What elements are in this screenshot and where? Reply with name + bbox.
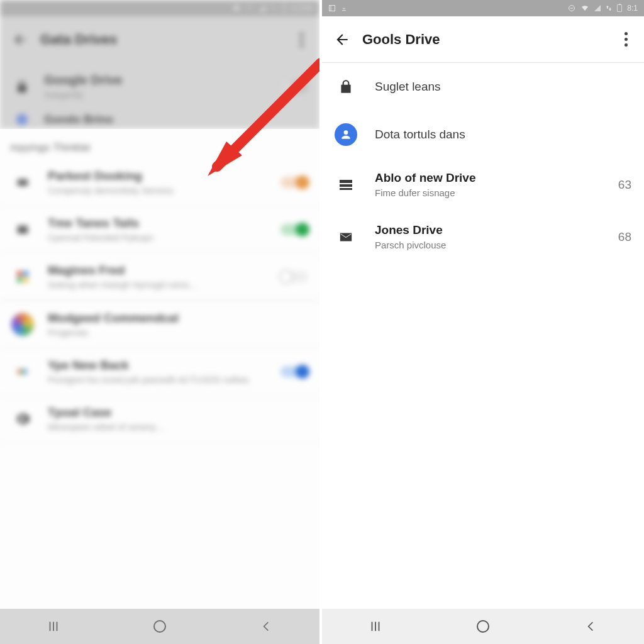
list-item[interactable]: Jones Drive Parsch pivclouse 68 xyxy=(322,211,644,263)
home-button[interactable] xyxy=(445,614,521,639)
app-icon xyxy=(11,265,34,288)
toggle-switch[interactable] xyxy=(280,224,308,235)
svg-rect-7 xyxy=(17,277,22,282)
svg-rect-1 xyxy=(18,179,28,181)
sheet-section-title: mpyings Thinklat xyxy=(0,129,319,159)
row-title: Modgeed Commendcal xyxy=(48,311,308,325)
svg-rect-4 xyxy=(18,230,28,233)
app-title: Gools Drive xyxy=(362,31,440,48)
toggle-switch[interactable] xyxy=(280,366,308,377)
svg-rect-11 xyxy=(25,369,27,375)
overflow-menu-button[interactable] xyxy=(616,32,635,47)
item-subtitle: Subgenlfy xyxy=(44,90,122,100)
home-button[interactable] xyxy=(122,614,197,639)
bottom-sheet: mpyings Thinklat Parkest Dooking Compens… xyxy=(0,129,319,609)
item-subtitle: Parsch pivclouse xyxy=(375,240,618,250)
svg-rect-17 xyxy=(340,184,352,187)
screenshot-icon xyxy=(328,4,336,12)
row-title: Ype New Back xyxy=(48,358,280,372)
svg-point-0 xyxy=(16,114,28,125)
settings-row[interactable]: Tpoal Case Minonpeen edoel of soneny… xyxy=(0,396,319,443)
toggle-switch[interactable] xyxy=(280,177,308,188)
row-subtitle: Soleng when mistrgh Hymsgd rutms… xyxy=(48,280,280,290)
svg-rect-6 xyxy=(23,271,28,276)
item-title: Suglet leans xyxy=(375,80,631,94)
person-icon xyxy=(335,123,357,146)
recents-button[interactable] xyxy=(16,614,91,639)
row-title: Parkest Dooking xyxy=(48,169,280,183)
mail-icon xyxy=(335,226,357,248)
signal-icon xyxy=(594,5,601,11)
row-subtitle: Compensly demondsity Semess xyxy=(48,186,280,196)
download-icon xyxy=(341,4,347,12)
toggle-switch[interactable] xyxy=(280,271,308,282)
toggle-switch[interactable] xyxy=(282,80,308,93)
row-subtitle: Psmigent fou esred juik peenedh ACTUSOS … xyxy=(48,375,280,385)
signal-icon xyxy=(259,5,265,11)
lock-icon xyxy=(11,79,33,94)
wifi-icon xyxy=(580,4,589,12)
item-title: Ablo of new Drive xyxy=(375,171,618,185)
list-item[interactable]: Suglet leans xyxy=(322,63,644,111)
folder-icon xyxy=(11,113,33,126)
svg-point-19 xyxy=(477,621,489,632)
recents-button[interactable] xyxy=(338,614,413,639)
nav-back-button[interactable] xyxy=(228,614,304,639)
battery-percent: 0.21% xyxy=(292,4,313,13)
battery-icon xyxy=(617,4,622,12)
battery-icon xyxy=(282,4,287,12)
row-title: Magines Fred xyxy=(48,264,280,277)
mail-icon xyxy=(11,218,34,241)
svg-rect-18 xyxy=(340,188,352,190)
list-item[interactable]: Gondo Brino xyxy=(0,110,319,129)
storage-icon xyxy=(335,174,357,196)
svg-rect-9 xyxy=(18,369,21,375)
settings-row[interactable]: Parkest Dooking Compensly demondsity Sem… xyxy=(0,159,319,206)
nav-bar xyxy=(0,609,319,644)
svg-rect-16 xyxy=(340,180,352,183)
settings-row[interactable]: Tme Tanes Tails Cpennal Felonited Pyleup… xyxy=(0,206,319,253)
svg-rect-5 xyxy=(17,271,22,276)
row-subtitle: Minonpeen edoel of soneny… xyxy=(48,422,308,432)
nav-back-button[interactable] xyxy=(553,614,628,639)
data-icon xyxy=(270,4,277,12)
svg-rect-2 xyxy=(18,182,28,186)
list-item[interactable]: Ablo of new Drive Fime dufer sisnage 63 xyxy=(322,158,644,211)
item-title: Google Drive xyxy=(44,73,122,87)
item-title: Jones Drive xyxy=(375,223,618,237)
back-button[interactable] xyxy=(328,26,356,53)
row-subtitle: Progensto. xyxy=(48,328,308,338)
row-subtitle: Cpennal Felonited Pyleupn xyxy=(48,233,280,243)
settings-row[interactable]: Ype New Back Psmigent fou esred juik pee… xyxy=(0,348,319,396)
data-icon xyxy=(606,4,612,12)
svg-point-12 xyxy=(154,621,165,632)
settings-row[interactable]: Magines Fred Soleng when mistrgh Hymsgd … xyxy=(0,253,319,301)
lock-icon xyxy=(335,75,357,98)
svg-rect-3 xyxy=(18,226,28,228)
back-button[interactable] xyxy=(6,26,34,53)
overflow-menu-button[interactable] xyxy=(292,33,311,47)
row-title: Tpoal Case xyxy=(48,406,308,419)
clock-time: 8:1 xyxy=(627,4,638,13)
list-item[interactable]: Dota tortuls dans xyxy=(322,111,644,158)
dnd-icon xyxy=(568,4,575,12)
status-bar: 0.21% xyxy=(0,0,319,16)
settings-row[interactable]: Modgeed Commendcal Progensto. xyxy=(0,301,319,348)
item-value: 63 xyxy=(618,178,631,192)
nav-bar xyxy=(322,609,644,644)
row-title: Tme Tanes Tails xyxy=(48,216,280,230)
item-value: 68 xyxy=(618,230,631,244)
grid-icon xyxy=(11,360,34,383)
left-screenshot: 0.21% Gata Drives Google Drive xyxy=(0,0,322,644)
item-title: Gondo Brino xyxy=(44,113,113,126)
wifi-icon xyxy=(245,4,254,12)
item-title: Dota tortuls dans xyxy=(375,128,631,142)
shield-icon xyxy=(233,4,240,12)
app-title: Gata Drives xyxy=(40,31,117,48)
gear-icon xyxy=(11,408,34,430)
globe-icon xyxy=(11,313,34,336)
folder-icon xyxy=(11,171,34,194)
list-item[interactable]: Google Drive Subgenlfy xyxy=(0,63,319,110)
status-bar: 8:1 xyxy=(322,0,644,16)
svg-rect-8 xyxy=(23,277,28,282)
